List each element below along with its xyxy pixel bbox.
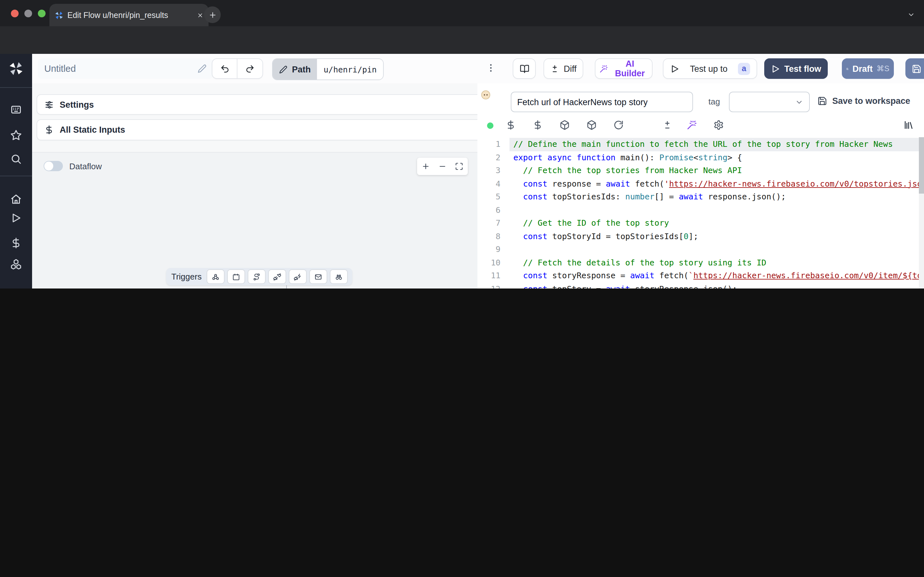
book-icon: [519, 64, 529, 73]
flow-canvas[interactable]: Dataflow Triggers Input: [32, 152, 477, 288]
save-icon: [912, 64, 921, 73]
code-line: const topStoryId = topStoriesIds[0];: [513, 230, 924, 243]
code-line: // Fetch the top stories from Hacker New…: [513, 164, 924, 177]
diff-button[interactable]: Diff: [543, 58, 583, 79]
canvas-zoom-controls: [417, 158, 468, 175]
runs-icon[interactable]: [10, 212, 22, 224]
code-line: // Get the ID of the top story: [513, 217, 924, 230]
windmill-favicon: [55, 11, 63, 19]
new-tab-button[interactable]: [204, 6, 221, 23]
undo-button[interactable]: [212, 58, 237, 79]
test-flow-label: Test flow: [784, 64, 821, 73]
zoom-window-button[interactable]: [38, 10, 45, 17]
trigger-route-icon[interactable]: [248, 269, 266, 284]
variables-icon[interactable]: [506, 120, 516, 130]
ai-builder-label: AI Builder: [612, 59, 648, 78]
trigger-scraper-icon[interactable]: [330, 269, 348, 284]
line-numbers: 1234567891011121314151617: [477, 138, 501, 288]
star-icon[interactable]: [10, 129, 22, 141]
trigger-schedule-icon[interactable]: [227, 269, 245, 284]
search-icon[interactable]: [10, 153, 22, 165]
code-line: const storyResponse = await fetch(`https…: [513, 269, 924, 282]
trigger-plug-zap-icon[interactable]: [289, 269, 307, 284]
save-to-workspace-label: Save to workspace: [832, 96, 910, 106]
triggers-node[interactable]: Triggers: [166, 268, 352, 285]
save-icon: [846, 64, 849, 73]
draft-shortcut: ⌘S: [877, 64, 889, 73]
trigger-email-icon[interactable]: [309, 269, 327, 284]
tab-title: Edit Flow u/henri/pin_results: [67, 11, 193, 19]
code-lines: // Define the main function to fetch the…: [513, 138, 924, 288]
editor-vscrollbar-thumb[interactable]: [919, 137, 924, 193]
zoom-in-icon[interactable]: [421, 162, 430, 171]
sliders-icon: [44, 100, 54, 109]
variables-icon[interactable]: [10, 237, 22, 249]
redo-button[interactable]: [237, 58, 263, 79]
dataflow-label: Dataflow: [69, 161, 102, 171]
docs-button[interactable]: [513, 58, 536, 79]
zoom-out-icon[interactable]: [438, 162, 447, 171]
browser-window: Edit Flow u/henri/pin_results app.wi: [0, 0, 924, 288]
library-icon[interactable]: [903, 120, 914, 130]
minimize-window-button[interactable]: [24, 10, 32, 17]
step-editor-panel: TS Fetch url of HackerNews top story tag…: [477, 83, 924, 288]
all-static-inputs-label: All Static Inputs: [60, 125, 125, 135]
triggers-label: Triggers: [171, 272, 202, 282]
save-to-workspace-button[interactable]: Save to workspace: [817, 96, 910, 106]
diff-icon: [550, 64, 560, 73]
fit-view-icon[interactable]: [455, 162, 464, 171]
flow-settings-row[interactable]: Settings: [37, 94, 487, 115]
apps-icon[interactable]: [10, 104, 22, 115]
package-icon[interactable]: [559, 120, 570, 130]
path-pencil-icon: [279, 65, 288, 73]
resources-icon[interactable]: [533, 120, 543, 130]
test-up-to-button[interactable]: Test up to a: [663, 58, 757, 79]
flow-name: Untitled: [44, 63, 198, 74]
path-label: Path: [292, 64, 311, 74]
edge: [286, 285, 287, 288]
app-sidebar: [0, 54, 32, 288]
gear-icon[interactable]: [714, 120, 724, 130]
package-icon[interactable]: [586, 120, 597, 130]
path-group[interactable]: Path u/henri/pin: [272, 58, 384, 80]
trigger-webhook-icon[interactable]: [207, 269, 225, 284]
close-window-button[interactable]: [11, 10, 19, 17]
code-editor[interactable]: 1234567891011121314151617 // Define the …: [477, 137, 924, 288]
all-static-inputs-row[interactable]: All Static Inputs: [37, 119, 487, 140]
code-line: [513, 243, 924, 256]
code-line: const topStoriesIds: number[] = await re…: [513, 190, 924, 203]
ai-wand-icon[interactable]: [687, 120, 697, 130]
flow-editor-toolbar: Untitled Path u/henri/pin Diff: [32, 54, 924, 84]
trigger-unplug-icon[interactable]: [268, 269, 286, 284]
tab-search-button[interactable]: [903, 7, 919, 23]
sidebar-divider: [0, 87, 32, 88]
edit-name-pencil-icon[interactable]: [198, 64, 207, 73]
close-tab-icon[interactable]: [197, 12, 204, 18]
step-title-input[interactable]: Fetch url of HackerNews top story: [511, 92, 693, 112]
diff-icon[interactable]: [662, 120, 672, 130]
tag-select[interactable]: [729, 92, 810, 112]
editor-toolbar: [477, 113, 924, 137]
ai-builder-button[interactable]: AI Builder: [595, 58, 653, 79]
resources-icon[interactable]: [10, 258, 22, 270]
home-icon[interactable]: [10, 193, 22, 205]
draft-label: Draft: [853, 64, 873, 73]
deploy-button[interactable]: Deploy: [905, 58, 924, 79]
browser-tab[interactable]: Edit Flow u/henri/pin_results: [49, 4, 208, 26]
path-value: u/henri/pin: [317, 59, 383, 79]
code-line: const response = await fetch('https://ha…: [513, 177, 924, 190]
dataflow-toggle[interactable]: [44, 161, 63, 171]
reload-icon[interactable]: [614, 120, 624, 130]
more-options-icon[interactable]: [486, 63, 496, 73]
code-line: [513, 203, 924, 217]
sidebar-divider: [0, 176, 32, 176]
windmill-logo[interactable]: [8, 61, 24, 76]
test-flow-button[interactable]: Test flow: [764, 58, 828, 79]
play-icon: [771, 64, 780, 73]
draft-button[interactable]: Draft ⌘S: [842, 58, 894, 79]
tag-label: tag: [708, 97, 720, 106]
test-up-to-step-badge[interactable]: a: [738, 63, 750, 75]
dollar-icon: [44, 125, 54, 135]
save-icon: [817, 96, 827, 106]
flow-name-box[interactable]: Untitled: [38, 58, 213, 79]
